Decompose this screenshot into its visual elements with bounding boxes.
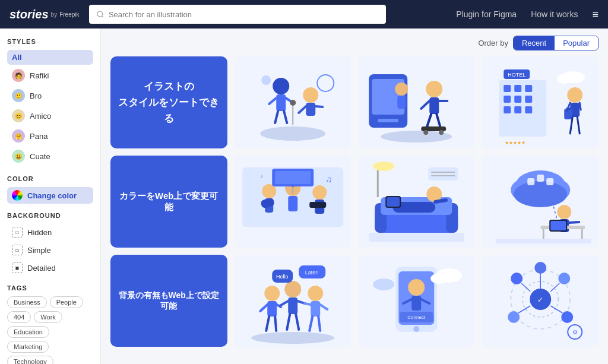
sidebar-item-all[interactable]: All bbox=[7, 50, 93, 65]
svg-point-3 bbox=[273, 78, 289, 94]
svg-line-121 bbox=[318, 316, 320, 331]
bg-hidden-icon: □ bbox=[12, 227, 23, 238]
svg-rect-37 bbox=[514, 96, 521, 103]
svg-point-116 bbox=[308, 286, 323, 301]
svg-rect-78 bbox=[387, 197, 400, 207]
sidebar-item-pana[interactable]: 🤗 Pana bbox=[7, 126, 93, 145]
bg-simple-icon: ▭ bbox=[12, 245, 23, 255]
svg-line-151 bbox=[550, 306, 562, 313]
svg-rect-102 bbox=[496, 239, 591, 243]
svg-point-134 bbox=[413, 326, 419, 332]
svg-line-108 bbox=[266, 316, 269, 331]
tags-label: TAGS bbox=[7, 284, 93, 292]
svg-rect-67 bbox=[309, 202, 326, 208]
svg-rect-10 bbox=[306, 103, 315, 116]
tag-people[interactable]: People bbox=[50, 296, 83, 308]
svg-point-128 bbox=[408, 279, 425, 296]
sidebar-item-cuate[interactable]: 😃 Cuate bbox=[7, 147, 93, 166]
tag-404[interactable]: 404 bbox=[7, 311, 31, 323]
svg-rect-91 bbox=[546, 178, 553, 185]
svg-point-88 bbox=[514, 181, 567, 207]
bg-detailed[interactable]: ▣ Detailed bbox=[7, 259, 93, 276]
grid-wrapper: イラストのスタイルをソートできる bbox=[110, 56, 598, 347]
illustration-grid: イラストのスタイルをソートできる bbox=[110, 56, 598, 347]
sidebar-item-bro[interactable]: 🙂 Bro bbox=[7, 86, 93, 105]
svg-line-109 bbox=[275, 316, 276, 331]
svg-point-145 bbox=[561, 311, 573, 323]
color-change-label: Change color bbox=[27, 191, 77, 200]
illus-card-6[interactable]: ♫ ♪ bbox=[235, 156, 352, 248]
color-change-item[interactable]: Change color bbox=[7, 187, 93, 204]
logo-text: stories bbox=[10, 8, 49, 21]
tooltip2-text: カラーをWeb上で変更可能 bbox=[110, 183, 227, 220]
tag-business[interactable]: Business bbox=[7, 296, 47, 308]
illus-card-2[interactable] bbox=[235, 56, 352, 148]
svg-rect-100 bbox=[550, 221, 566, 230]
svg-text:♫: ♫ bbox=[325, 175, 332, 184]
svg-point-142 bbox=[511, 273, 522, 284]
svg-rect-34 bbox=[514, 85, 521, 92]
order-popular-btn[interactable]: Popular bbox=[555, 36, 598, 50]
svg-point-54 bbox=[557, 74, 571, 84]
illus-svg-4: HOTEL ★★★★★ bbox=[482, 56, 599, 148]
svg-point-29 bbox=[439, 130, 444, 135]
illus-card-1[interactable]: イラストのスタイルをソートできる bbox=[110, 56, 227, 148]
illus-svg-7 bbox=[358, 156, 475, 248]
tag-education[interactable]: Education bbox=[7, 326, 49, 338]
svg-point-14 bbox=[290, 100, 296, 106]
svg-rect-62 bbox=[288, 196, 297, 211]
svg-rect-69 bbox=[275, 171, 311, 184]
all-label: All bbox=[12, 53, 22, 62]
svg-point-30 bbox=[395, 83, 408, 96]
bg-detailed-icon: ▣ bbox=[12, 262, 23, 273]
nav-how-link[interactable]: How it works bbox=[531, 10, 578, 19]
svg-point-137 bbox=[373, 278, 394, 290]
svg-text:★★★★★: ★★★★★ bbox=[505, 140, 525, 145]
svg-line-120 bbox=[309, 316, 312, 331]
content-area: Order by Recent Popular イラストのスタイルをソートできる bbox=[101, 29, 608, 364]
illus-card-4[interactable]: HOTEL ★★★★★ bbox=[482, 56, 599, 148]
svg-rect-39 bbox=[504, 106, 511, 113]
color-label: COLOR bbox=[7, 175, 93, 182]
bg-simple[interactable]: ▭ Simple bbox=[7, 242, 93, 258]
illus-card-5[interactable]: カラーをWeb上で変更可能 bbox=[110, 156, 227, 248]
illus-card-9[interactable]: 背景の有無もWeb上で設定可能 bbox=[110, 255, 227, 347]
svg-line-114 bbox=[287, 314, 290, 330]
svg-point-0 bbox=[97, 11, 102, 17]
svg-point-146 bbox=[534, 262, 546, 274]
order-recent-btn[interactable]: Recent bbox=[514, 36, 555, 50]
svg-line-25 bbox=[427, 114, 431, 126]
tag-work[interactable]: Work bbox=[34, 311, 62, 323]
svg-rect-31 bbox=[397, 96, 406, 109]
illus-card-12[interactable]: ✓ ⚙ bbox=[482, 255, 599, 347]
svg-line-106 bbox=[260, 305, 267, 311]
svg-line-26 bbox=[436, 114, 440, 126]
bro-avatar: 🙂 bbox=[12, 89, 25, 102]
sidebar-item-amico[interactable]: 😊 Amico bbox=[7, 106, 93, 125]
svg-point-143 bbox=[558, 273, 570, 284]
svg-line-8 bbox=[284, 111, 287, 123]
styles-label: STYLES bbox=[7, 38, 93, 45]
pana-avatar: 🤗 bbox=[12, 129, 25, 143]
nav-figma-link[interactable]: Plugin for Figma bbox=[456, 10, 517, 19]
bg-hidden[interactable]: □ Hidden bbox=[7, 224, 93, 240]
search-input[interactable] bbox=[109, 10, 379, 19]
illus-card-3[interactable] bbox=[358, 56, 475, 148]
order-label: Order by bbox=[478, 39, 508, 48]
svg-rect-20 bbox=[378, 119, 398, 122]
search-bar[interactable] bbox=[89, 5, 386, 24]
rafiki-label: Rafiki bbox=[30, 71, 49, 80]
menu-icon[interactable]: ≡ bbox=[592, 8, 598, 21]
sidebar-item-rafiki[interactable]: 🧑 Rafiki bbox=[7, 66, 93, 85]
amico-label: Amico bbox=[30, 112, 51, 121]
svg-line-12 bbox=[315, 106, 322, 107]
tag-marketing[interactable]: Marketing bbox=[7, 341, 49, 353]
svg-rect-129 bbox=[411, 296, 421, 311]
illus-card-10[interactable]: Hello Later! bbox=[235, 255, 352, 347]
svg-line-5 bbox=[269, 98, 276, 104]
illus-card-8[interactable] bbox=[482, 156, 599, 248]
illus-card-7[interactable] bbox=[358, 156, 475, 248]
svg-line-148 bbox=[521, 283, 530, 292]
tag-technology[interactable]: Technology bbox=[7, 356, 53, 364]
illus-card-11[interactable]: Connect bbox=[358, 255, 475, 347]
